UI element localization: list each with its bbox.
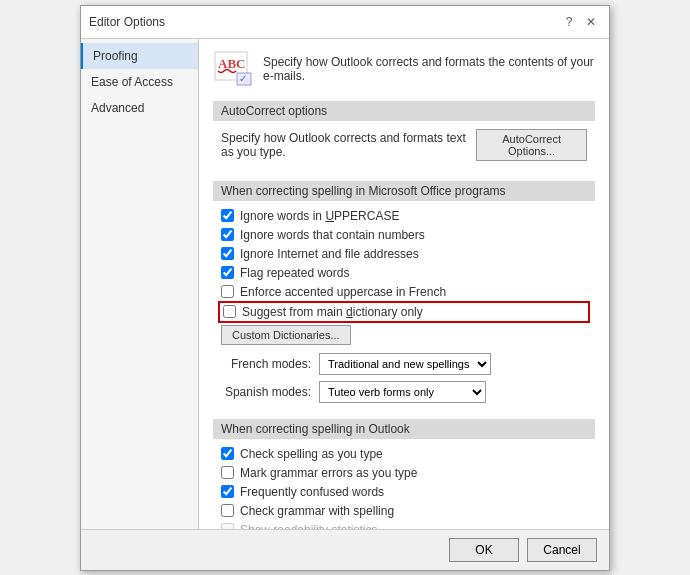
- svg-text:✓: ✓: [239, 73, 247, 84]
- editor-options-dialog: Editor Options ? ✕ Proofing Ease of Acce…: [80, 5, 610, 571]
- checkbox-ignore-internet-label: Ignore Internet and file addresses: [240, 247, 419, 261]
- svg-text:ABC: ABC: [218, 56, 245, 71]
- sidebar-item-ease-of-access[interactable]: Ease of Access: [81, 69, 198, 95]
- checkbox-check-spelling-input[interactable]: [221, 447, 234, 460]
- title-bar: Editor Options ? ✕: [81, 6, 609, 39]
- custom-dict-row: Custom Dictionaries...: [221, 325, 587, 345]
- checkbox-flag-repeated-input[interactable]: [221, 266, 234, 279]
- checkbox-ignore-numbers: Ignore words that contain numbers: [221, 228, 587, 242]
- checkbox-ignore-uppercase: Ignore words in UPPERCASE: [221, 209, 587, 223]
- cancel-button[interactable]: Cancel: [527, 538, 597, 562]
- french-modes-label: French modes:: [221, 357, 311, 371]
- abc-icon: ABC ✓: [213, 51, 253, 87]
- checkbox-check-grammar-spelling-input[interactable]: [221, 504, 234, 517]
- checkbox-frequently-confused-label: Frequently confused words: [240, 485, 384, 499]
- checkbox-suggest-main: Suggest from main dictionary only: [221, 304, 587, 320]
- checkbox-check-grammar-spelling-label: Check grammar with spelling: [240, 504, 394, 518]
- sidebar-item-proofing[interactable]: Proofing: [81, 43, 198, 69]
- checkbox-mark-grammar-label: Mark grammar errors as you type: [240, 466, 417, 480]
- french-modes-row: French modes: Traditional and new spelli…: [221, 353, 587, 375]
- checkbox-show-readability-label: Show readability statistics: [240, 523, 377, 529]
- checkbox-flag-repeated-label: Flag repeated words: [240, 266, 349, 280]
- help-button[interactable]: ?: [559, 12, 579, 32]
- checkbox-show-readability-input: [221, 523, 234, 529]
- ok-button[interactable]: OK: [449, 538, 519, 562]
- autocorrect-options-button[interactable]: AutoCorrect Options...: [476, 129, 587, 161]
- checkbox-ignore-uppercase-input[interactable]: [221, 209, 234, 222]
- checkbox-enforce-french: Enforce accented uppercase in French: [221, 285, 587, 299]
- section-body-outlook-spelling: Check spelling as you type Mark grammar …: [213, 447, 595, 529]
- dialog-body: Proofing Ease of Access Advanced ABC: [81, 39, 609, 529]
- autocorrect-text: Specify how Outlook corrects and formats…: [221, 131, 476, 159]
- section-header-office-spelling: When correcting spelling in Microsoft Of…: [213, 181, 595, 201]
- close-button[interactable]: ✕: [581, 12, 601, 32]
- section-body-office-spelling: Ignore words in UPPERCASE Ignore words t…: [213, 209, 595, 419]
- checkbox-check-spelling-label: Check spelling as you type: [240, 447, 383, 461]
- checkbox-flag-repeated: Flag repeated words: [221, 266, 587, 280]
- custom-dictionaries-button[interactable]: Custom Dictionaries...: [221, 325, 351, 345]
- checkbox-show-readability: Show readability statistics: [221, 523, 587, 529]
- checkbox-frequently-confused-input[interactable]: [221, 485, 234, 498]
- autocorrect-row: Specify how Outlook corrects and formats…: [221, 129, 587, 161]
- spanish-modes-row: Spanish modes: Tuteo verb forms only Tut…: [221, 381, 587, 403]
- title-bar-controls: ? ✕: [559, 12, 601, 32]
- section-body-autocorrect: Specify how Outlook corrects and formats…: [213, 129, 595, 181]
- checkbox-suggest-main-label: Suggest from main dictionary only: [242, 305, 423, 319]
- section-header-autocorrect: AutoCorrect options: [213, 101, 595, 121]
- checkbox-frequently-confused: Frequently confused words: [221, 485, 587, 499]
- checkbox-mark-grammar-input[interactable]: [221, 466, 234, 479]
- dialog-footer: OK Cancel: [81, 529, 609, 570]
- checkbox-enforce-french-label: Enforce accented uppercase in French: [240, 285, 446, 299]
- french-modes-select[interactable]: Traditional and new spellings Traditiona…: [319, 353, 491, 375]
- header-section: ABC ✓ Specify how Outlook corrects and f…: [213, 51, 595, 87]
- checkbox-ignore-numbers-input[interactable]: [221, 228, 234, 241]
- checkbox-check-grammar-spelling: Check grammar with spelling: [221, 504, 587, 518]
- main-content: ABC ✓ Specify how Outlook corrects and f…: [199, 39, 609, 529]
- checkbox-suggest-main-input[interactable]: [223, 305, 236, 318]
- checkbox-check-spelling: Check spelling as you type: [221, 447, 587, 461]
- sidebar-item-advanced[interactable]: Advanced: [81, 95, 198, 121]
- title-bar-left: Editor Options: [89, 15, 165, 29]
- checkbox-ignore-uppercase-label: Ignore words in UPPERCASE: [240, 209, 399, 223]
- spanish-modes-select[interactable]: Tuteo verb forms only Tuteo and voseo ve…: [319, 381, 486, 403]
- section-header-outlook-spelling: When correcting spelling in Outlook: [213, 419, 595, 439]
- sidebar: Proofing Ease of Access Advanced: [81, 39, 199, 529]
- checkbox-ignore-numbers-label: Ignore words that contain numbers: [240, 228, 425, 242]
- checkbox-mark-grammar: Mark grammar errors as you type: [221, 466, 587, 480]
- spanish-modes-label: Spanish modes:: [221, 385, 311, 399]
- checkbox-enforce-french-input[interactable]: [221, 285, 234, 298]
- header-description: Specify how Outlook corrects and formats…: [263, 51, 595, 83]
- dialog-title: Editor Options: [89, 15, 165, 29]
- checkbox-ignore-internet: Ignore Internet and file addresses: [221, 247, 587, 261]
- checkbox-ignore-internet-input[interactable]: [221, 247, 234, 260]
